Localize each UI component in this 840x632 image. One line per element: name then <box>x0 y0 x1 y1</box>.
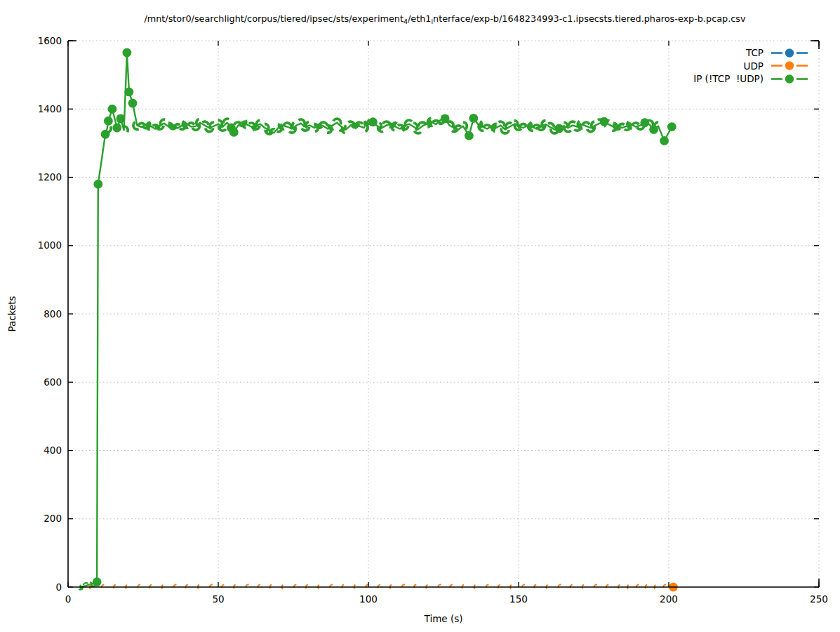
legend-row-ip-other: IP (!TCP !UDP) <box>693 72 808 86</box>
svg-text:200: 200 <box>660 593 678 605</box>
svg-text:800: 800 <box>44 308 62 320</box>
x-axis-label: Time (s) <box>68 613 819 624</box>
title-part3: nterface/exp-b/1648234993-c1.ipsecsts.ti… <box>433 13 745 24</box>
svg-text:600: 600 <box>44 376 62 388</box>
y-axis-label: Packets <box>6 296 18 331</box>
svg-text:1600: 1600 <box>38 35 62 46</box>
svg-text:0: 0 <box>65 593 72 605</box>
legend-label-tcp: TCP <box>746 47 764 58</box>
plot-area: 0200400600800100012001400160005010015020… <box>0 0 840 632</box>
legend-label-udp: UDP <box>744 60 764 72</box>
svg-text:150: 150 <box>509 593 528 605</box>
svg-text:250: 250 <box>810 593 828 605</box>
legend-row-udp: UDP <box>693 60 808 73</box>
title-part1: /mnt/stor0/searchlight/corpus/tiered/ips… <box>144 13 403 24</box>
udp-line-dot-icon <box>771 60 808 71</box>
legend-row-tcp: TCP <box>693 46 808 60</box>
chart-figure: /mnt/stor0/searchlight/corpus/tiered/ips… <box>0 0 840 632</box>
title-part2: /eth1 <box>408 13 431 24</box>
svg-text:50: 50 <box>212 593 224 605</box>
svg-text:100: 100 <box>359 593 378 605</box>
svg-text:400: 400 <box>44 445 62 456</box>
svg-text:0: 0 <box>55 581 62 593</box>
tcp-line-dot-icon <box>771 48 808 58</box>
ip-other-line-dot-icon <box>771 74 808 84</box>
svg-text:200: 200 <box>44 513 62 524</box>
svg-text:1400: 1400 <box>38 103 62 114</box>
svg-text:1200: 1200 <box>38 171 62 183</box>
chart-title: /mnt/stor0/searchlight/corpus/tiered/ips… <box>68 13 822 25</box>
legend-label-ip-other: IP (!TCP !UDP) <box>693 73 764 84</box>
legend: TCP UDP IP (!TCP !UDP) <box>693 46 808 86</box>
svg-text:1000: 1000 <box>38 239 62 251</box>
